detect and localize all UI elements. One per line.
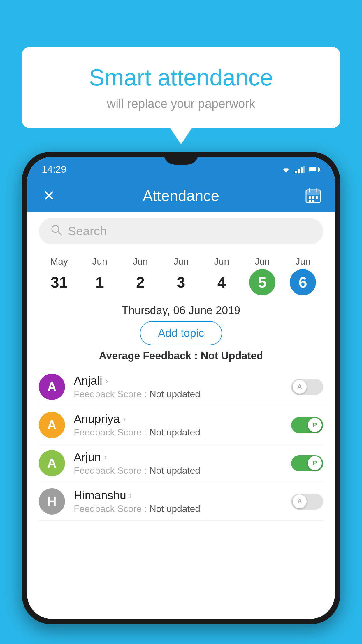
battery-icon <box>309 166 320 173</box>
status-time: 14:29 <box>42 164 66 175</box>
wifi-icon <box>281 166 291 173</box>
student-score-2: Feedback Score : Not updated <box>74 465 282 476</box>
calendar-day-4[interactable]: Jun4 <box>208 256 235 295</box>
student-row-3[interactable]: HHimanshu ›Feedback Score : Not updatedA <box>39 482 323 521</box>
cal-month-label: Jun <box>173 256 189 267</box>
toggle-knob-1: P <box>308 418 322 432</box>
phone-container: 14:29 <box>22 152 340 644</box>
student-name-1: Anupriya › <box>74 412 282 426</box>
speech-bubble-title: Smart attendance <box>45 64 317 91</box>
search-icon <box>50 224 62 239</box>
cal-month-label: Jun <box>133 256 148 267</box>
student-row-2[interactable]: AArjun ›Feedback Score : Not updatedP <box>39 444 323 482</box>
calendar-day-1[interactable]: Jun1 <box>87 256 113 295</box>
student-info-3: Himanshu ›Feedback Score : Not updated <box>74 489 282 514</box>
avg-feedback: Average Feedback : Not Updated <box>27 350 335 362</box>
svg-rect-7 <box>309 167 316 172</box>
avg-feedback-value: Not Updated <box>201 350 263 362</box>
svg-rect-10 <box>306 190 320 195</box>
student-score-0: Feedback Score : Not updated <box>74 389 282 400</box>
toggle-knob-3: A <box>293 494 307 508</box>
svg-rect-16 <box>309 200 311 202</box>
svg-line-19 <box>58 232 61 235</box>
calendar-button[interactable] <box>303 186 323 206</box>
student-avatar-0: A <box>39 374 65 400</box>
svg-rect-13 <box>309 196 311 199</box>
cal-month-label: May <box>50 256 68 267</box>
cal-month-label: Jun <box>214 256 229 267</box>
calendar-strip: May31Jun1Jun2Jun3Jun4Jun5Jun6 <box>27 250 335 298</box>
student-row-0[interactable]: AAnjali ›Feedback Score : Not updatedA <box>39 368 323 406</box>
app-bar-title: Attendance <box>68 187 294 204</box>
student-name-2: Arjun › <box>74 451 282 464</box>
cal-date-label: 3 <box>168 269 194 295</box>
selected-date: Thursday, 06 June 2019 <box>27 304 335 317</box>
signal-icon <box>295 166 305 173</box>
svg-rect-2 <box>295 171 297 173</box>
cal-date-label: 4 <box>208 269 235 295</box>
phone-notch <box>164 152 198 165</box>
status-icons <box>281 166 320 173</box>
calendar-day-6[interactable]: Jun6 <box>290 256 316 295</box>
student-name-0: Anjali › <box>74 374 282 387</box>
search-bar[interactable]: Search <box>39 218 323 244</box>
student-avatar-3: H <box>39 488 65 514</box>
toggle-knob-0: A <box>293 380 307 394</box>
student-avatar-2: A <box>39 450 65 476</box>
student-name-3: Himanshu › <box>74 489 282 502</box>
phone-outer: 14:29 <box>22 152 340 624</box>
cal-month-label: Jun <box>295 256 310 267</box>
close-button[interactable]: ✕ <box>39 186 59 206</box>
cal-date-label: 1 <box>87 269 113 295</box>
attendance-toggle-0[interactable]: A <box>291 379 323 395</box>
student-row-1[interactable]: AAnupriya ›Feedback Score : Not updatedP <box>39 406 323 444</box>
attendance-toggle-3[interactable]: A <box>291 494 323 510</box>
attendance-toggle-1[interactable]: P <box>291 417 323 433</box>
svg-rect-8 <box>319 168 320 171</box>
calendar-day-2[interactable]: Jun2 <box>127 256 154 295</box>
calendar-day-3[interactable]: Jun3 <box>168 256 194 295</box>
speech-bubble: Smart attendance will replace your paper… <box>22 47 340 128</box>
cal-date-label: 5 <box>249 269 275 295</box>
cal-date-label: 31 <box>46 269 72 295</box>
student-score-3: Feedback Score : Not updated <box>74 503 282 514</box>
svg-rect-15 <box>316 196 318 199</box>
speech-bubble-container: Smart attendance will replace your paper… <box>22 47 340 128</box>
svg-rect-3 <box>298 169 300 173</box>
cal-month-label: Jun <box>92 256 107 267</box>
student-info-0: Anjali ›Feedback Score : Not updated <box>74 374 282 400</box>
cal-date-label: 2 <box>127 269 154 295</box>
cal-date-label: 6 <box>290 269 316 295</box>
add-topic-button[interactable]: Add topic <box>140 321 222 345</box>
cal-month-label: Jun <box>255 256 270 267</box>
svg-rect-5 <box>303 166 305 173</box>
calendar-day-31[interactable]: May31 <box>46 256 72 295</box>
svg-rect-17 <box>312 200 314 202</box>
student-score-1: Feedback Score : Not updated <box>74 427 282 438</box>
toggle-knob-2: P <box>308 456 322 470</box>
avg-feedback-label: Average Feedback : <box>99 350 201 362</box>
app-bar: ✕ Attendance <box>27 179 335 212</box>
attendance-toggle-2[interactable]: P <box>291 455 323 471</box>
phone-screen: 14:29 <box>27 157 335 619</box>
student-list: AAnjali ›Feedback Score : Not updatedAAA… <box>27 368 335 521</box>
search-input[interactable]: Search <box>68 224 107 238</box>
svg-rect-14 <box>312 196 314 199</box>
student-info-2: Arjun ›Feedback Score : Not updated <box>74 451 282 476</box>
student-info-1: Anupriya ›Feedback Score : Not updated <box>74 412 282 438</box>
calendar-day-5[interactable]: Jun5 <box>249 256 275 295</box>
svg-rect-4 <box>301 167 303 173</box>
speech-bubble-subtitle: will replace your paperwork <box>45 97 317 111</box>
student-avatar-1: A <box>39 412 65 438</box>
